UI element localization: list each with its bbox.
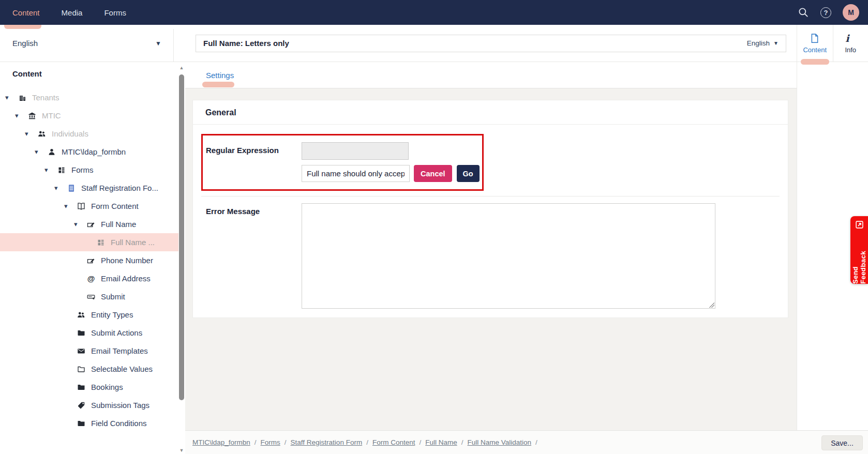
breadcrumb-separator: / [366, 438, 368, 446]
tree-item-label: Full Name [101, 220, 136, 229]
tree-item-label: Email Address [101, 274, 151, 283]
send-feedback-button[interactable]: Send Feedback [850, 216, 868, 284]
tree-item-label: Entity Types [91, 310, 133, 319]
content-title-field[interactable]: Full Name: Letters only English ▼ [196, 35, 786, 52]
breadcrumb-separator: / [461, 438, 463, 446]
breadcrumb-link[interactable]: Forms [261, 438, 280, 446]
sidebar-scrollbar[interactable]: ▲ ▼ [178, 64, 185, 454]
caret-down-icon[interactable]: ▾ [63, 203, 77, 209]
tree-item-mtic[interactable]: ▾MTIC [0, 107, 178, 125]
tree-item-field-conditions[interactable]: Field Conditions [0, 414, 178, 432]
tree-item-label: MTIC\ldap_formbn [62, 147, 126, 156]
chevron-down-icon: ▼ [773, 40, 779, 46]
tree-item-label: Submission Tags [91, 401, 149, 410]
folder-outline-icon [77, 365, 86, 374]
tree-item-staff-registration-fo[interactable]: ▾Staff Registration Fo... [0, 179, 178, 197]
go-button[interactable]: Go [457, 165, 480, 182]
nav-tab-media[interactable]: Media [62, 8, 83, 17]
tree-item-label: Tenants [32, 93, 59, 102]
tree-item-label: Submit [101, 292, 125, 301]
top-navbar: Content Media Forms ? M [0, 0, 868, 25]
field-divider [201, 196, 780, 196]
at-icon: @ [86, 274, 96, 283]
tree-item-email-address[interactable]: @Email Address [0, 269, 178, 287]
tree-item-label: Forms [71, 165, 94, 174]
breadcrumb-separator: / [285, 438, 287, 446]
cancel-button[interactable]: Cancel [414, 165, 452, 182]
sidebar-language-select[interactable]: English ▼ [0, 25, 185, 62]
submit-button-icon [86, 292, 96, 301]
save-button[interactable]: Save... [821, 435, 863, 450]
tree-item-submit-actions[interactable]: Submit Actions [0, 324, 178, 342]
help-icon[interactable]: ? [820, 7, 831, 18]
sidebar-heading: Content [0, 62, 185, 82]
grid-icon [96, 238, 106, 247]
tree-item-selectable-values[interactable]: Selectable Values [0, 360, 178, 378]
rail-tab-content[interactable]: Content [797, 25, 833, 62]
tree-item-full-name[interactable]: Full Name ... [0, 233, 178, 251]
tree-item-label: MTIC [42, 111, 61, 120]
tab-settings[interactable]: Settings [205, 71, 235, 80]
tree-item-forms[interactable]: ▾Forms [0, 161, 178, 179]
tree-item-submit[interactable]: Submit [0, 287, 178, 306]
breadcrumb-link[interactable]: Form Content [372, 438, 415, 446]
breadcrumb-link[interactable]: Full Name [425, 438, 457, 446]
tree-item-label: Full Name ... [111, 238, 155, 247]
avatar[interactable]: M [843, 4, 859, 21]
caret-down-icon[interactable]: ▾ [34, 148, 47, 155]
nav-tab-forms[interactable]: Forms [104, 8, 126, 17]
tree-item-tenants[interactable]: ▾Tenants [0, 88, 178, 107]
breadcrumb: MTIC\ldap_formbn/Forms/Staff Registratio… [192, 438, 537, 446]
tree-item-entity-types[interactable]: Entity Types [0, 306, 178, 324]
breadcrumb-link[interactable]: Staff Registration Form [291, 438, 363, 446]
tree-item-label: Submit Actions [91, 328, 142, 337]
tree-item-full-name[interactable]: ▾Full Name [0, 215, 178, 233]
caret-down-icon[interactable]: ▾ [24, 130, 37, 137]
scroll-down-icon[interactable]: ▼ [178, 448, 185, 453]
caret-down-icon[interactable]: ▾ [14, 112, 27, 119]
tree-item-bookings[interactable]: Bookings [0, 378, 178, 396]
input-field-icon [86, 256, 96, 265]
nav-tab-content[interactable]: Content [12, 8, 40, 17]
rail-tab-info[interactable]: i Info [833, 25, 868, 62]
tree-item-individuals[interactable]: ▾Individuals [0, 125, 178, 143]
tree-item-form-content[interactable]: ▾Form Content [0, 197, 178, 215]
scroll-up-icon[interactable]: ▲ [178, 65, 185, 70]
tree-item-email-templates[interactable]: Email Templates [0, 342, 178, 360]
tag-icon [77, 401, 86, 410]
caret-down-icon[interactable]: ▾ [4, 94, 18, 101]
caret-down-icon[interactable]: ▾ [73, 221, 86, 228]
folder-icon [77, 328, 86, 338]
tree-item-label: Individuals [52, 129, 88, 138]
resize-handle[interactable] [709, 302, 714, 308]
active-rail-indicator [801, 59, 829, 65]
breadcrumb-link[interactable]: Full Name Validation [467, 438, 531, 446]
chevron-down-icon: ▼ [155, 40, 161, 47]
send-feedback-label: Send Feedback [851, 234, 867, 284]
title-language-select[interactable]: English ▼ [747, 39, 779, 47]
regex-prompt-input[interactable] [302, 165, 410, 182]
active-tab-indicator [202, 82, 234, 87]
caret-down-icon[interactable]: ▾ [43, 167, 57, 173]
tree-item-mtic-ldap-formbn[interactable]: ▾MTIC\ldap_formbn [0, 143, 178, 161]
breadcrumb-link[interactable]: MTIC\ldap_formbn [192, 438, 250, 446]
error-message-textarea[interactable] [302, 203, 715, 309]
settings-tab-strip: Settings [185, 62, 797, 88]
tree-item-label: Field Conditions [91, 419, 147, 428]
title-language-label: English [747, 39, 770, 47]
tree-item-phone-number[interactable]: Phone Number [0, 251, 178, 269]
person-icon [47, 147, 56, 157]
tree-item-submission-tags[interactable]: Submission Tags [0, 396, 178, 414]
regex-highlight-box: Regular Expression Cancel Go [201, 134, 484, 191]
regex-input[interactable] [302, 142, 409, 160]
main-header: Full Name: Letters only English ▼ [185, 25, 797, 62]
search-icon[interactable] [798, 7, 809, 18]
footer-bar: MTIC\ldap_formbn/Forms/Staff Registratio… [185, 430, 868, 454]
scrollbar-thumb[interactable] [179, 74, 184, 400]
tree-item-label: Selectable Values [91, 365, 153, 373]
input-field-icon [86, 220, 96, 229]
envelope-icon [77, 346, 86, 356]
caret-down-icon[interactable]: ▾ [53, 185, 67, 191]
section-title: General [205, 108, 775, 117]
folder-icon [77, 383, 86, 392]
